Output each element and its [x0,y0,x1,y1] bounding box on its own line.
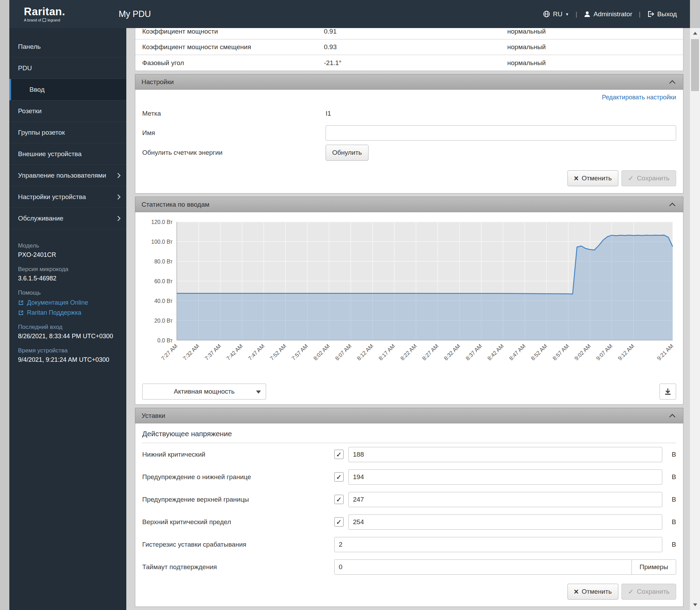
thresholds-panel: Уставки Действующее напряжение Нижний кр… [135,408,683,607]
lower-warning-checkbox[interactable]: ✓ [334,472,344,482]
name-input[interactable] [326,125,676,141]
firmware-value: 3.6.1.5-46982 [18,275,118,282]
threshold-row: Нижний критический ✓ В [142,443,676,466]
sensor-status: нормальный [507,43,683,51]
collapse-button[interactable] [667,200,678,209]
svg-text:60.0 Вт: 60.0 Вт [154,278,173,284]
brand-subtitle: A brand of legrand [24,18,113,22]
user-name: Administrator [593,10,632,18]
chart-container: 7:27 AM7:32 AM7:37 AM7:42 AM7:47 AM7:52 … [142,212,676,382]
chevron-up-icon [669,80,676,84]
upper-warning-input[interactable] [348,492,662,507]
upper-critical-input[interactable] [348,514,662,530]
upper-critical-checkbox[interactable]: ✓ [334,517,344,527]
save-icon: ✓ [628,175,634,182]
unit-label: В [666,518,676,526]
name-field-label: Имя [142,129,326,137]
svg-text:8:12 AM: 8:12 AM [356,343,374,361]
page-title: My PDU [119,9,151,19]
svg-text:7:27 AM: 7:27 AM [160,343,179,361]
sensor-name: Коэффициент мощности [135,28,324,35]
scroll-up-button[interactable] [690,28,700,38]
user-icon [584,11,591,18]
online-docs-link[interactable]: Документация Online [18,299,118,306]
sidebar-item-maintenance[interactable]: Обслуживание [9,208,126,229]
arrow-down-icon [693,603,697,606]
lower-critical-input[interactable] [348,447,662,462]
dropdown-caret-icon [256,391,261,394]
sidebar: Панель PDU Ввод Розетки Группы розеток В… [9,28,126,610]
user-menu[interactable]: Administrator [584,10,632,18]
logout-button[interactable]: Выход [647,10,677,18]
unit-label: В [666,451,676,458]
svg-text:8:37 AM: 8:37 AM [465,343,483,361]
download-chart-button[interactable] [660,384,676,400]
header-separator: | [637,10,643,18]
svg-text:7:57 AM: 7:57 AM [291,343,309,361]
legrand-logo-icon [43,18,46,22]
inlet-stats-body: 7:27 AM7:32 AM7:37 AM7:42 AM7:47 AM7:52 … [135,212,683,405]
chevron-up-icon [669,203,676,207]
sidebar-item-device-settings[interactable]: Настройки устройства [9,186,126,208]
save-button[interactable]: ✓ Сохранить [621,584,676,600]
chevron-up-icon [669,414,676,418]
firmware-label: Версия микрокода [18,266,118,273]
save-button[interactable]: ✓ Сохранить [621,170,676,186]
scroll-down-button[interactable] [690,600,700,610]
main-content: Коэффициент мощности 0.91 нормальный Коэ… [126,28,690,610]
assertion-timeout-input[interactable] [334,559,632,575]
metric-dropdown-value: Активная мощность [174,388,235,395]
svg-text:8:42 AM: 8:42 AM [486,343,504,361]
inlet-stats-title: Статистика по вводам [142,201,209,208]
scrollbar-thumb[interactable] [691,39,699,91]
raritan-support-link[interactable]: Raritan Поддержка [18,309,118,316]
language-label: RU [553,10,562,18]
svg-text:8:27 AM: 8:27 AM [421,343,439,361]
thresholds-title: Уставки [142,412,165,420]
model-value: PXO-2401CR [18,251,118,259]
threshold-row: Таймаут подтверждения Примеры [142,556,676,578]
cancel-button[interactable]: × Отменить [567,170,618,186]
sensor-status: нормальный [507,59,683,67]
examples-button[interactable]: Примеры [631,559,676,575]
sidebar-item-dashboard[interactable]: Панель [9,36,126,57]
edit-settings-link[interactable]: Редактировать настройки [602,94,676,101]
sidebar-item-peripherals[interactable]: Внешние устройства [9,143,126,165]
svg-text:80.0 Вт: 80.0 Вт [154,259,173,264]
svg-text:7:52 AM: 7:52 AM [269,343,287,361]
lower-warning-input[interactable] [348,469,662,485]
sidebar-item-pdu[interactable]: PDU [9,57,126,79]
vertical-scrollbar[interactable] [690,28,700,610]
sidebar-info: Модель PXO-2401CR Версия микрокода 3.6.1… [9,229,126,364]
sidebar-item-user-management[interactable]: Управление пользователями [9,165,126,186]
language-selector[interactable]: RU ▼ [543,10,569,18]
chevron-right-icon [117,172,121,179]
logout-label: Выход [657,10,677,18]
unit-label: В [666,541,676,548]
lower-critical-checkbox[interactable]: ✓ [334,450,344,459]
svg-text:8:02 AM: 8:02 AM [312,343,331,361]
inlet-stats-panel: Статистика по вводам 7:27 AM7:32 AM7:37 … [135,197,683,405]
sidebar-item-outlet-groups[interactable]: Группы розеток [9,122,126,143]
upper-warning-checkbox[interactable]: ✓ [334,495,344,504]
unit-label: В [666,473,676,481]
last-login-value: 8/26/2021, 8:33:44 PM UTC+0300 [18,333,118,340]
model-label: Модель [18,242,118,249]
svg-text:9:12 AM: 9:12 AM [617,343,635,361]
hysteresis-input[interactable] [334,537,662,552]
app-header: Raritan. A brand of legrand My PDU RU ▼ … [9,0,690,28]
rms-voltage-subtitle: Действующее напряжение [142,423,676,443]
help-label: Помощь [18,289,118,296]
collapse-button[interactable] [667,411,678,420]
metric-dropdown[interactable]: Активная мощность [142,384,266,400]
logout-icon [647,10,654,18]
inlet-stats-header: Статистика по вводам [135,197,683,212]
thresholds-header: Уставки [135,408,683,423]
table-row: Коэффициент мощности смещения 0.93 норма… [135,39,683,55]
sidebar-item-outlets[interactable]: Розетки [9,100,126,122]
sidebar-item-inlet[interactable]: Ввод [9,79,126,100]
collapse-button[interactable] [667,78,678,87]
reset-energy-button[interactable]: Обнулить [326,145,369,161]
settings-panel-body: Редактировать настройки Метка I1 Имя Обн… [135,90,683,194]
cancel-button[interactable]: × Отменить [567,584,618,600]
